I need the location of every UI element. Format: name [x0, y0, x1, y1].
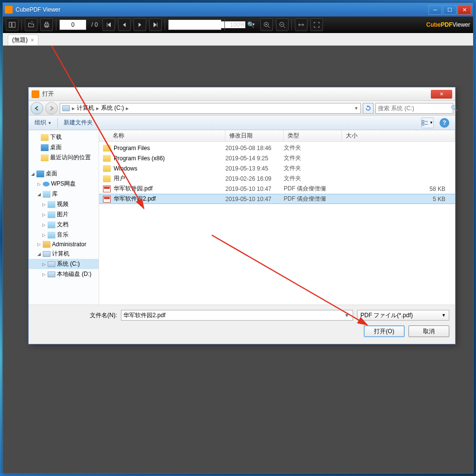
column-size[interactable]: 大小	[342, 130, 455, 141]
library-icon	[43, 191, 51, 198]
dialog-close-button[interactable]: ✕	[431, 90, 452, 99]
tree-item-drive-c[interactable]: ▷系统 (C:)	[29, 259, 99, 269]
filename-input[interactable]	[123, 312, 343, 319]
breadcrumb-separator-icon[interactable]: ▸	[72, 105, 75, 112]
column-type[interactable]: 类型	[284, 130, 342, 141]
breadcrumb-computer[interactable]: 计算机	[77, 104, 94, 112]
last-page-button[interactable]	[149, 18, 162, 31]
help-button[interactable]: ?	[440, 118, 449, 128]
zoom-out-button[interactable]	[276, 18, 289, 31]
expand-icon[interactable]: ▷	[37, 182, 41, 186]
tree-item-documents[interactable]: ▷文档	[29, 220, 99, 230]
organize-button[interactable]: 组织 ▼	[34, 119, 51, 127]
file-row[interactable]: 华军软件园.pdf2019-05-10 10:47PDF 僪僉儏儊儞58 KB	[99, 184, 455, 194]
file-name: Program Files (x86)	[114, 155, 165, 162]
search-icon[interactable]: 🔍	[451, 105, 458, 112]
refresh-button[interactable]	[363, 103, 374, 114]
expand-icon[interactable]: ▷	[42, 233, 46, 237]
file-row[interactable]: Program Files2019-05-08 18:46文件夹	[99, 143, 455, 153]
close-button[interactable]: ✕	[458, 5, 471, 15]
tab-close-icon[interactable]: ×	[31, 37, 34, 44]
nav-forward-button[interactable]	[45, 102, 58, 115]
file-row[interactable]: 华军软件园2.pdf2019-05-10 10:47PDF 僪僉儏儊儞5 KB	[99, 194, 455, 204]
file-row[interactable]: 用户2019-02-26 16:09文件夹	[99, 173, 455, 184]
collapse-icon[interactable]: ◢	[37, 252, 41, 256]
tree-item-recent[interactable]: 最近访问的位置	[29, 153, 99, 163]
next-page-button[interactable]	[134, 18, 146, 31]
pdf-icon	[103, 186, 111, 192]
page-number-input[interactable]	[59, 19, 86, 30]
search-input[interactable]	[378, 105, 451, 112]
svg-rect-13	[422, 123, 424, 125]
open-file-button[interactable]	[25, 18, 37, 31]
minimize-button[interactable]: ─	[428, 5, 442, 15]
zoom-in-button[interactable]	[260, 18, 273, 31]
expand-icon[interactable]: ▷	[42, 222, 46, 227]
pictures-icon	[48, 211, 55, 218]
search-box[interactable]: 🔍	[168, 19, 221, 30]
title-bar[interactable]: CubePDF Viewer ─ ☐ ✕	[3, 3, 473, 17]
tree-item-downloads[interactable]: 下载	[29, 132, 99, 142]
breadcrumb-separator-icon[interactable]: ▸	[96, 105, 99, 112]
collapse-icon[interactable]: ◢	[37, 192, 41, 196]
desktop-icon	[36, 170, 44, 177]
expand-icon[interactable]: ▷	[42, 272, 46, 276]
document-tab[interactable]: (無題) ×	[8, 34, 38, 45]
breadcrumb-drive[interactable]: 系统 (C:)	[101, 104, 124, 112]
nav-back-button[interactable]	[31, 102, 43, 115]
tree-item-music[interactable]: ▷音乐	[29, 230, 99, 240]
dialog-title-bar[interactable]: 打开 ✕	[29, 87, 455, 101]
app-icon	[5, 6, 13, 14]
tree-item-video[interactable]: ▷视频	[29, 199, 99, 209]
file-row[interactable]: Windows2019-05-13 9:45文件夹	[99, 163, 455, 173]
tree-item-pictures[interactable]: ▷图片	[29, 209, 99, 220]
tree-item-admin[interactable]: ▷Administrator	[29, 240, 99, 249]
file-type-filter[interactable]: PDF ファイル(*.pdf) ▼	[357, 310, 449, 321]
tree-item-desktop[interactable]: 桌面	[29, 142, 99, 153]
file-list[interactable]: Program Files2019-05-08 18:46文件夹Program …	[99, 142, 455, 305]
maximize-button[interactable]: ☐	[443, 5, 457, 15]
sidebar-toggle-button[interactable]	[6, 18, 18, 31]
recent-icon	[41, 154, 49, 161]
breadcrumb-dropdown-icon[interactable]: ▼	[354, 106, 358, 111]
collapse-icon[interactable]: ◢	[31, 171, 35, 176]
window-controls: ─ ☐ ✕	[428, 5, 471, 15]
column-date[interactable]: 修改日期	[225, 130, 284, 141]
file-list-area: 名称 修改日期 类型 大小 Program Files2019-05-08 18…	[99, 130, 455, 305]
tree-item-library[interactable]: ◢库	[29, 189, 99, 199]
column-name[interactable]: 名称	[99, 130, 225, 141]
breadcrumb-separator-icon[interactable]: ▸	[126, 105, 129, 112]
expand-icon[interactable]: ▷	[42, 202, 46, 206]
nav-tree[interactable]: 下载 桌面 最近访问的位置 ◢桌面 ▷WPS网盘 ◢库 ▷视频 ▷图片 ▷文档 …	[29, 130, 99, 305]
toolbar-separator	[56, 19, 56, 31]
new-folder-button[interactable]: 新建文件夹	[64, 119, 93, 127]
fit-page-button[interactable]	[310, 18, 323, 31]
filename-dropdown-icon[interactable]: ▾	[343, 312, 351, 319]
file-name: 用户	[114, 174, 125, 183]
breadcrumb[interactable]: ▸ 计算机 ▸ 系统 (C:) ▸ ▼	[60, 103, 361, 114]
folder-icon	[103, 145, 111, 152]
toolbar-separator	[57, 118, 58, 128]
filename-input-wrapper[interactable]: ▾	[121, 310, 353, 321]
open-button[interactable]: 打开(O)	[364, 325, 405, 337]
file-type: PDF 僪僉儏儊儞	[284, 195, 342, 203]
print-button[interactable]	[40, 18, 53, 31]
view-mode-button[interactable]: ▼	[421, 118, 434, 128]
expand-icon[interactable]: ▷	[42, 262, 46, 266]
prev-page-button[interactable]	[118, 18, 131, 31]
search-field[interactable]: 🔍	[375, 103, 453, 114]
expand-icon[interactable]: ▷	[42, 212, 46, 217]
expand-icon[interactable]: ▷	[37, 242, 41, 247]
tree-item-computer[interactable]: ◢计算机	[29, 249, 99, 259]
folder-icon	[103, 155, 111, 162]
cancel-button[interactable]: 取消	[408, 325, 449, 337]
zoom-dropdown-icon[interactable]: ▼	[250, 22, 257, 27]
tree-item-desktop-root[interactable]: ◢桌面	[29, 169, 99, 179]
fit-width-button[interactable]	[295, 18, 307, 31]
tree-item-wps[interactable]: ▷WPS网盘	[29, 179, 99, 189]
tree-item-drive-d[interactable]: ▷本地磁盘 (D:)	[29, 269, 99, 279]
first-page-button[interactable]	[102, 18, 115, 31]
file-row[interactable]: Program Files (x86)2019-05-14 9:25文件夹	[99, 153, 455, 163]
file-type: 文件夹	[284, 174, 342, 183]
dialog-bottom: 文件名(N): ▾ PDF ファイル(*.pdf) ▼ 打开(O) 取消	[29, 305, 455, 344]
